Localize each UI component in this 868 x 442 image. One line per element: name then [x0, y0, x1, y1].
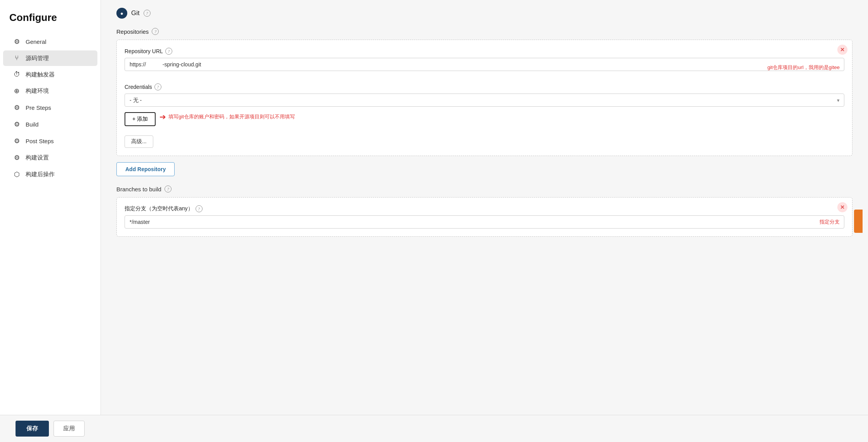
sidebar-label-source-mgmt: 源码管理 — [26, 55, 49, 62]
sidebar-item-build-settings[interactable]: ⚙ 构建设置 — [3, 150, 97, 166]
sidebar-label-general: General — [26, 38, 46, 45]
sidebar-item-general[interactable]: ⚙ General — [3, 34, 97, 50]
add-button-row: + 添加 ➔ 填写git仓库的账户和密码，如果开源项目则可以不用填写 — [125, 112, 844, 131]
apply-label: 应用 — [63, 425, 75, 432]
sidebar-item-build-trigger[interactable]: ⏱ 构建触发器 — [3, 67, 97, 82]
gear-icon: ⚙ — [12, 38, 21, 46]
branch-input[interactable] — [125, 215, 844, 229]
credentials-annotation-block: ➔ 填写git仓库的账户和密码，如果开源项目则可以不用填写 — [159, 112, 295, 121]
repo-url-label: Repository URL — [125, 48, 163, 54]
repositories-help-icon[interactable]: ? — [152, 28, 159, 35]
repo-url-input-wrap: git仓库项目的url，我用的是gitee — [125, 58, 844, 77]
sidebar-item-post-steps[interactable]: ⚙ Post Steps — [3, 133, 97, 149]
branch-specifier-text: 指定分支（为空时代表any） — [125, 205, 193, 212]
credentials-field-label: Credentials ? — [125, 83, 844, 90]
footer-bar: 保存 应用 — [0, 415, 868, 442]
globe-icon: ⊕ — [12, 87, 21, 95]
git-header: ● Git ? — [116, 8, 852, 19]
gear-icon-post: ⚙ — [12, 137, 21, 145]
sidebar-label-post-steps: Post Steps — [26, 138, 54, 144]
repo-url-annotation: git仓库项目的url，我用的是gitee — [768, 64, 840, 71]
branch-close-button[interactable]: ✕ — [837, 202, 847, 212]
add-credentials-label: + 添加 — [132, 116, 148, 123]
sidebar: Configure ⚙ General ⑂ 源码管理 ⏱ 构建触发器 ⊕ 构建环… — [0, 0, 101, 442]
apply-button[interactable]: 应用 — [54, 421, 85, 437]
branches-help-icon[interactable]: ? — [165, 185, 172, 192]
page-title: Configure — [0, 8, 100, 33]
fork-icon: ⑂ — [12, 54, 21, 62]
gear-icon-pre: ⚙ — [12, 104, 21, 112]
sidebar-item-build-env[interactable]: ⊕ 构建环境 — [3, 83, 97, 99]
credentials-row: - 无 - ▾ — [125, 94, 844, 107]
orange-side-tab[interactable] — [854, 210, 863, 233]
branches-label: Branches to build — [116, 186, 161, 192]
credentials-select[interactable]: - 无 - — [125, 94, 844, 107]
repo-url-help-icon[interactable]: ? — [165, 48, 172, 55]
clock-icon: ⏱ — [12, 71, 21, 78]
advanced-button[interactable]: 高级... — [125, 135, 153, 148]
sidebar-item-build[interactable]: ⚙ Build — [3, 116, 97, 132]
branch-specifier-label: 指定分支（为空时代表any） ? — [125, 205, 844, 212]
git-help-icon[interactable]: ? — [144, 10, 151, 17]
add-repository-label: Add Repository — [125, 166, 166, 172]
sidebar-item-pre-steps[interactable]: ⚙ Pre Steps — [3, 100, 97, 116]
repository-close-button[interactable]: ✕ — [837, 45, 847, 55]
sidebar-label-pre-steps: Pre Steps — [26, 104, 51, 111]
gear-icon-build: ⚙ — [12, 120, 21, 128]
main-content: ● Git ? Repositories ? ✕ Repository URL … — [101, 0, 868, 442]
advanced-label: 高级... — [131, 138, 147, 144]
sidebar-label-post-build: 构建后操作 — [26, 171, 55, 178]
sidebar-item-post-build[interactable]: ⬡ 构建后操作 — [3, 166, 97, 182]
repository-box: ✕ Repository URL ? git仓库项目的url，我用的是gitee… — [116, 40, 852, 156]
credentials-label: Credentials — [125, 84, 152, 90]
sidebar-label-build-settings: 构建设置 — [26, 154, 49, 161]
branch-specifier-help-icon[interactable]: ? — [196, 205, 203, 212]
red-arrow-icon: ➔ — [159, 112, 166, 121]
sidebar-item-source-mgmt[interactable]: ⑂ 源码管理 — [3, 50, 97, 66]
add-repository-button[interactable]: Add Repository — [116, 162, 175, 176]
save-button[interactable]: 保存 — [16, 421, 49, 437]
branch-annotation-text: 指定分支 — [819, 218, 840, 225]
repositories-section-label: Repositories ? — [116, 28, 852, 35]
sidebar-label-build: Build — [26, 121, 38, 128]
credentials-annotation-text: 填写git仓库的账户和密码，如果开源项目则可以不用填写 — [168, 113, 295, 120]
repo-url-input[interactable] — [125, 58, 844, 71]
gear-icon-settings: ⚙ — [12, 154, 21, 162]
branches-section-label: Branches to build ? — [116, 185, 852, 192]
branch-input-wrap: 指定分支 — [125, 215, 844, 229]
cube-icon: ⬡ — [12, 170, 21, 179]
git-circle-icon: ● — [116, 8, 127, 19]
repo-url-field-label: Repository URL ? — [125, 48, 844, 55]
sidebar-label-build-env: 构建环境 — [26, 87, 49, 95]
git-label: Git — [131, 9, 140, 17]
branch-box: ✕ 指定分支（为空时代表any） ? 指定分支 — [116, 197, 852, 237]
save-label: 保存 — [26, 425, 38, 432]
sidebar-label-build-trigger: 构建触发器 — [26, 71, 55, 78]
add-credentials-button[interactable]: + 添加 — [125, 112, 156, 126]
credentials-help-icon[interactable]: ? — [154, 83, 161, 90]
repositories-label: Repositories — [116, 28, 149, 35]
